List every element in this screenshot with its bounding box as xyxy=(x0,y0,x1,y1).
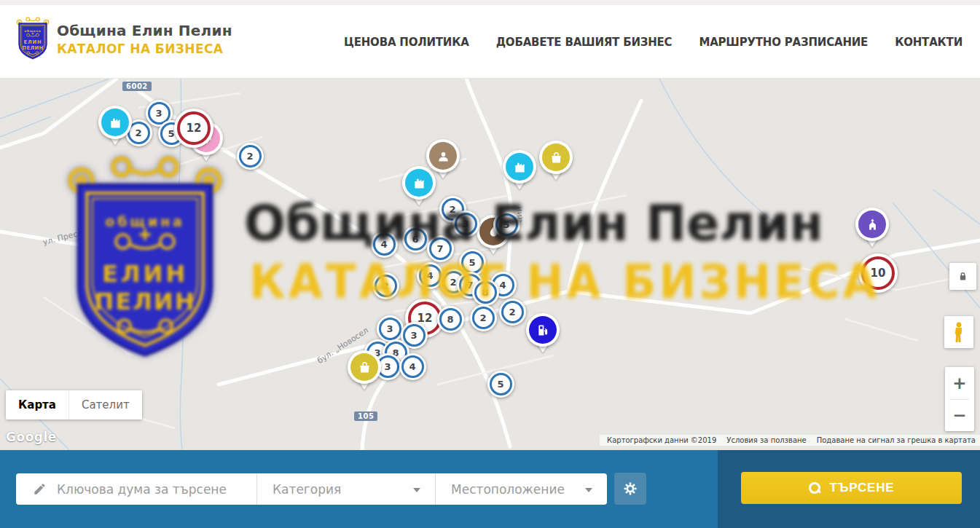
factory-icon xyxy=(101,109,129,136)
cluster-marker[interactable]: 10 xyxy=(858,253,898,293)
worker-icon xyxy=(429,142,457,170)
map-lock-button[interactable] xyxy=(949,263,976,290)
top-strip xyxy=(0,0,980,5)
cluster-count: 4 xyxy=(426,270,433,281)
brand-text: Община Елин Пелин КАТАЛОГ НА БИЗНЕСА xyxy=(57,22,232,56)
svg-text:община: община xyxy=(24,29,41,33)
cluster-marker[interactable]: 8 xyxy=(437,306,464,333)
cluster-count: 5 xyxy=(497,379,503,390)
keyword-search-input[interactable] xyxy=(57,482,256,497)
cluster-count: 2 xyxy=(450,277,456,288)
attribution-report-link[interactable]: Подаване на сигнал за грешка в картата xyxy=(817,436,976,444)
chevron-down-icon xyxy=(413,488,420,496)
nav-item-contacts[interactable]: КОНТАКТИ xyxy=(895,36,963,49)
cluster-count: 4 xyxy=(380,239,387,250)
zoom-out-button[interactable]: − xyxy=(945,399,974,431)
search-button[interactable]: ТЪРСЕНЕ xyxy=(741,472,962,504)
pencil-icon xyxy=(33,482,47,496)
cluster-marker[interactable]: 4 xyxy=(417,262,444,289)
map-type-map-button[interactable]: Карта xyxy=(6,390,68,419)
cluster-marker[interactable]: 12 xyxy=(174,109,213,148)
cluster-count: 5 xyxy=(503,219,509,230)
map-attribution: Картографски данни ©2019 Условия за полз… xyxy=(600,435,980,446)
cluster-marker[interactable]: 3 xyxy=(452,210,479,237)
cluster-count: 2 xyxy=(135,127,141,138)
google-map[interactable]: община ЕЛИН ПЕЛИН Община Елин Пелин КАТА… xyxy=(0,79,980,450)
attribution-copyright: Картографски данни ©2019 xyxy=(607,436,716,444)
factory-icon xyxy=(506,153,533,181)
cluster-count: 2 xyxy=(449,204,455,215)
cluster-marker[interactable]: 2 xyxy=(470,304,497,331)
nav-item-add-business[interactable]: ДОБАВЕТЕ ВАШИЯТ БИЗНЕС xyxy=(496,36,673,49)
street-view-pegman-button[interactable] xyxy=(944,316,973,348)
cluster-count: 3 xyxy=(384,361,391,372)
header: община ЕЛИН ПЕЛИН Община Елин Пелин КАТА… xyxy=(0,5,980,79)
cluster-count: 7 xyxy=(436,243,443,254)
search-bar-right-panel: ТЪРСЕНЕ xyxy=(718,450,980,528)
worker-category-pin[interactable] xyxy=(426,139,460,173)
cluster-count: 3 xyxy=(386,323,393,334)
lock-icon xyxy=(957,271,968,282)
road-number-badge: 6002 xyxy=(122,82,152,91)
municipality-crest-icon: община ЕЛИН ПЕЛИН xyxy=(15,17,50,60)
map-type-satellite-button[interactable]: Сателит xyxy=(68,390,142,419)
cluster-count: 6 xyxy=(412,234,418,245)
cluster-marker[interactable]: 5 xyxy=(487,371,514,398)
cluster-count: 3 xyxy=(410,330,417,341)
cluster-marker[interactable]: 2 xyxy=(372,272,399,299)
chevron-down-icon xyxy=(585,488,592,496)
cluster-count: 2 xyxy=(382,280,388,291)
cluster-count: 8 xyxy=(447,314,453,325)
keyword-section xyxy=(16,473,256,505)
fuel-icon xyxy=(529,316,557,344)
bag-category-pin[interactable] xyxy=(348,350,381,384)
nav-item-pricing[interactable]: ЦЕНОВА ПОЛИТИКА xyxy=(344,36,469,49)
nav-item-bus-schedule[interactable]: МАРШРУТНО РАЗПИСАНИЕ xyxy=(699,36,868,49)
cluster-marker[interactable]: 4 xyxy=(399,353,426,380)
search-button-label: ТЪРСЕНЕ xyxy=(830,481,895,495)
svg-text:ПЕЛИН: ПЕЛИН xyxy=(22,45,43,51)
cluster-marker[interactable]: 7 xyxy=(427,235,454,262)
cluster-count: 3 xyxy=(462,218,469,229)
cluster-count: 4 xyxy=(499,280,506,291)
cluster-marker[interactable]: 4 xyxy=(371,231,398,258)
page: община ЕЛИН ПЕЛИН Община Елин Пелин КАТА… xyxy=(0,0,980,528)
gear-icon xyxy=(622,481,638,497)
church-icon xyxy=(858,210,886,238)
cluster-count: 12 xyxy=(187,122,202,135)
cluster-marker[interactable]: 5 xyxy=(493,211,520,238)
attribution-terms-link[interactable]: Условия за ползване xyxy=(726,436,806,444)
category-select-value: Категория xyxy=(273,482,341,497)
site-subtitle: КАТАЛОГ НА БИЗНЕСА xyxy=(57,42,232,56)
church-category-pin[interactable] xyxy=(855,208,889,241)
fuel-category-pin[interactable] xyxy=(526,313,560,347)
bag-icon xyxy=(542,143,570,171)
cluster-count: 4 xyxy=(409,361,415,372)
cluster-count: 2 xyxy=(509,307,515,318)
pegman-icon xyxy=(951,321,967,343)
factory-category-pin[interactable] xyxy=(98,106,132,139)
cluster-count: 5 xyxy=(469,257,475,268)
search-bar: ТЪРСЕНЕ Категория Местоположение xyxy=(0,450,980,528)
bag-category-pin[interactable] xyxy=(539,141,573,174)
cluster-marker[interactable]: 6 xyxy=(402,226,429,253)
cluster-marker[interactable]: 2 xyxy=(499,299,526,326)
zoom-in-button[interactable]: + xyxy=(945,367,974,399)
category-select[interactable]: Категория xyxy=(256,473,435,505)
cluster-marker[interactable]: 3 xyxy=(377,315,404,342)
map-type-control: Карта Сателит xyxy=(6,390,142,419)
google-logo[interactable]: Google xyxy=(6,430,57,444)
location-select[interactable]: Местоположение xyxy=(435,473,607,505)
cluster-count: 3 xyxy=(155,108,162,119)
advanced-search-button[interactable] xyxy=(614,473,646,505)
road-number-badge: 105 xyxy=(354,411,377,421)
cluster-count: 8 xyxy=(482,287,488,298)
search-fields: Категория Местоположение xyxy=(16,473,607,505)
svg-text:ЕЛИН: ЕЛИН xyxy=(24,39,42,45)
search-icon xyxy=(809,482,821,494)
cluster-marker[interactable]: 2 xyxy=(237,143,264,170)
zoom-control: + − xyxy=(945,367,974,431)
brand-logo-link[interactable]: община ЕЛИН ПЕЛИН Община Елин Пелин КАТА… xyxy=(15,17,232,60)
factory-category-pin[interactable] xyxy=(503,150,536,184)
cluster-marker[interactable]: 8 xyxy=(472,279,499,306)
